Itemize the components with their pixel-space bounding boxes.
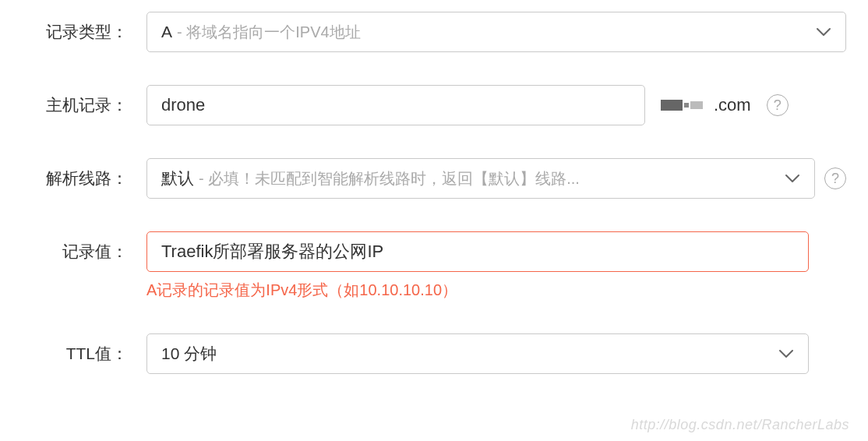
record-type-label: 记录类型： [22, 12, 146, 43]
host-record-label: 主机记录： [22, 85, 146, 116]
record-value-input[interactable] [146, 231, 809, 272]
resolve-line-help-icon[interactable]: ? [824, 168, 846, 189]
resolve-line-label: 解析线路： [22, 158, 146, 189]
host-record-row: 主机记录： .com ? [22, 85, 846, 125]
domain-suffix-text: .com [714, 95, 751, 115]
record-value-control: A记录的记录值为IPv4形式（如10.10.10.10） [146, 231, 846, 301]
ttl-row: TTL值： 10 分钟 [22, 333, 846, 374]
record-type-select[interactable]: A - 将域名指向一个IPV4地址 [146, 12, 846, 52]
resolve-line-select[interactable]: 默认 - 必填！未匹配到智能解析线路时，返回【默认】线路... [146, 158, 815, 199]
chevron-down-icon [785, 174, 800, 183]
resolve-line-control: 默认 - 必填！未匹配到智能解析线路时，返回【默认】线路... ? [146, 158, 846, 199]
resolve-line-value-wrap: 默认 - 必填！未匹配到智能解析线路时，返回【默认】线路... [161, 168, 580, 189]
resolve-line-row: 解析线路： 默认 - 必填！未匹配到智能解析线路时，返回【默认】线路... ? [22, 158, 846, 199]
ttl-value-wrap: 10 分钟 [161, 343, 217, 365]
ttl-select[interactable]: 10 分钟 [146, 333, 809, 374]
record-type-desc: - 将域名指向一个IPV4地址 [177, 22, 361, 43]
record-value-row: 记录值： A记录的记录值为IPv4形式（如10.10.10.10） [22, 231, 846, 301]
resolve-line-value: 默认 [161, 168, 194, 189]
domain-suffix: .com [661, 95, 751, 115]
chevron-down-icon [816, 27, 831, 37]
host-record-help-icon[interactable]: ? [767, 94, 789, 116]
chevron-down-icon [778, 349, 794, 358]
redacted-domain-icon [661, 100, 703, 111]
record-type-control: A - 将域名指向一个IPV4地址 [146, 12, 846, 52]
record-type-value: A [161, 23, 172, 41]
resolve-line-desc: - 必填！未匹配到智能解析线路时，返回【默认】线路... [199, 168, 580, 189]
record-type-row: 记录类型： A - 将域名指向一个IPV4地址 [22, 12, 846, 52]
record-type-value-wrap: A - 将域名指向一个IPV4地址 [161, 22, 361, 43]
watermark-text: http://blog.csdn.net/RancherLabs [631, 417, 849, 433]
host-record-input[interactable] [146, 85, 645, 125]
ttl-control: 10 分钟 [146, 333, 846, 374]
host-record-control: .com ? [146, 85, 846, 125]
ttl-value: 10 分钟 [161, 343, 217, 365]
record-value-error-hint: A记录的记录值为IPv4形式（如10.10.10.10） [146, 280, 846, 301]
ttl-label: TTL值： [22, 333, 146, 365]
record-value-label: 记录值： [22, 231, 146, 263]
